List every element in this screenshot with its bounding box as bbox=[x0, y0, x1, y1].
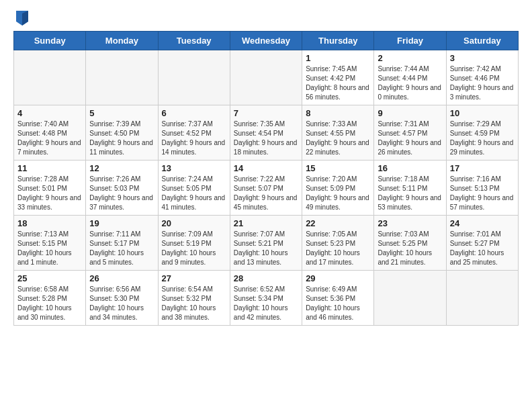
day-number: 3 bbox=[450, 53, 515, 63]
day-info: Sunrise: 7:16 AM Sunset: 5:13 PM Dayligh… bbox=[450, 175, 515, 212]
calendar-cell: 3Sunrise: 7:42 AM Sunset: 4:46 PM Daylig… bbox=[446, 50, 518, 105]
calendar-cell: 14Sunrise: 7:22 AM Sunset: 5:07 PM Dayli… bbox=[230, 161, 302, 216]
day-info: Sunrise: 7:07 AM Sunset: 5:21 PM Dayligh… bbox=[234, 230, 298, 267]
day-info: Sunrise: 7:18 AM Sunset: 5:11 PM Dayligh… bbox=[378, 175, 442, 212]
calendar-cell: 4Sunrise: 7:40 AM Sunset: 4:48 PM Daylig… bbox=[14, 105, 86, 161]
calendar-cell: 26Sunrise: 6:56 AM Sunset: 5:30 PM Dayli… bbox=[86, 271, 158, 326]
day-number: 6 bbox=[162, 108, 226, 118]
calendar-cell: 5Sunrise: 7:39 AM Sunset: 4:50 PM Daylig… bbox=[86, 105, 158, 161]
day-info: Sunrise: 7:03 AM Sunset: 5:25 PM Dayligh… bbox=[378, 230, 442, 267]
day-info: Sunrise: 6:52 AM Sunset: 5:34 PM Dayligh… bbox=[234, 285, 298, 322]
logo-icon bbox=[16, 11, 28, 26]
day-info: Sunrise: 7:28 AM Sunset: 5:01 PM Dayligh… bbox=[17, 175, 82, 212]
day-info: Sunrise: 7:37 AM Sunset: 4:52 PM Dayligh… bbox=[162, 120, 226, 157]
day-info: Sunrise: 7:09 AM Sunset: 5:19 PM Dayligh… bbox=[162, 230, 226, 267]
calendar-cell bbox=[86, 50, 158, 105]
calendar-cell: 16Sunrise: 7:18 AM Sunset: 5:11 PM Dayli… bbox=[374, 161, 446, 216]
calendar-cell: 7Sunrise: 7:35 AM Sunset: 4:54 PM Daylig… bbox=[230, 105, 302, 161]
day-info: Sunrise: 6:56 AM Sunset: 5:30 PM Dayligh… bbox=[89, 285, 154, 322]
day-info: Sunrise: 7:05 AM Sunset: 5:23 PM Dayligh… bbox=[306, 230, 370, 267]
day-info: Sunrise: 7:20 AM Sunset: 5:09 PM Dayligh… bbox=[306, 175, 370, 212]
weekday-header-wednesday: Wednesday bbox=[230, 32, 302, 50]
day-info: Sunrise: 7:42 AM Sunset: 4:46 PM Dayligh… bbox=[450, 64, 515, 102]
day-number: 16 bbox=[378, 163, 442, 173]
day-number: 28 bbox=[234, 273, 298, 283]
calendar-cell: 28Sunrise: 6:52 AM Sunset: 5:34 PM Dayli… bbox=[230, 271, 302, 326]
calendar-cell: 24Sunrise: 7:01 AM Sunset: 5:27 PM Dayli… bbox=[446, 216, 518, 271]
day-info: Sunrise: 7:31 AM Sunset: 4:57 PM Dayligh… bbox=[378, 120, 442, 157]
day-number: 22 bbox=[306, 218, 370, 228]
day-number: 19 bbox=[89, 218, 154, 228]
calendar-cell: 21Sunrise: 7:07 AM Sunset: 5:21 PM Dayli… bbox=[230, 216, 302, 271]
calendar-cell: 8Sunrise: 7:33 AM Sunset: 4:55 PM Daylig… bbox=[302, 105, 374, 161]
day-number: 13 bbox=[162, 163, 226, 173]
day-number: 27 bbox=[162, 273, 226, 283]
weekday-header-monday: Monday bbox=[86, 32, 158, 50]
day-number: 29 bbox=[306, 273, 370, 283]
day-number: 5 bbox=[89, 108, 154, 118]
day-number: 18 bbox=[17, 218, 82, 228]
calendar-cell: 9Sunrise: 7:31 AM Sunset: 4:57 PM Daylig… bbox=[374, 105, 446, 161]
day-info: Sunrise: 7:13 AM Sunset: 5:15 PM Dayligh… bbox=[17, 230, 82, 267]
day-number: 7 bbox=[234, 108, 298, 118]
day-info: Sunrise: 6:54 AM Sunset: 5:32 PM Dayligh… bbox=[162, 285, 226, 322]
weekday-header-saturday: Saturday bbox=[446, 32, 518, 50]
day-number: 14 bbox=[234, 163, 298, 173]
calendar-cell: 2Sunrise: 7:44 AM Sunset: 4:44 PM Daylig… bbox=[374, 50, 446, 105]
calendar-cell: 11Sunrise: 7:28 AM Sunset: 5:01 PM Dayli… bbox=[14, 161, 86, 216]
calendar-cell bbox=[14, 50, 86, 105]
day-info: Sunrise: 6:58 AM Sunset: 5:28 PM Dayligh… bbox=[17, 285, 82, 322]
day-number: 11 bbox=[17, 163, 82, 173]
day-number: 1 bbox=[306, 53, 370, 63]
weekday-header-sunday: Sunday bbox=[14, 32, 86, 50]
calendar-cell: 22Sunrise: 7:05 AM Sunset: 5:23 PM Dayli… bbox=[302, 216, 374, 271]
calendar-cell: 27Sunrise: 6:54 AM Sunset: 5:32 PM Dayli… bbox=[158, 271, 230, 326]
calendar-cell: 18Sunrise: 7:13 AM Sunset: 5:15 PM Dayli… bbox=[14, 216, 86, 271]
calendar-cell: 29Sunrise: 6:49 AM Sunset: 5:36 PM Dayli… bbox=[302, 271, 374, 326]
day-info: Sunrise: 7:24 AM Sunset: 5:05 PM Dayligh… bbox=[162, 175, 226, 212]
calendar-cell bbox=[446, 271, 518, 326]
day-number: 20 bbox=[162, 218, 226, 228]
day-number: 21 bbox=[234, 218, 298, 228]
day-number: 4 bbox=[17, 108, 82, 118]
day-info: Sunrise: 7:39 AM Sunset: 4:50 PM Dayligh… bbox=[89, 120, 154, 157]
weekday-header-friday: Friday bbox=[374, 32, 446, 50]
day-info: Sunrise: 7:33 AM Sunset: 4:55 PM Dayligh… bbox=[306, 120, 370, 157]
day-number: 15 bbox=[306, 163, 370, 173]
day-number: 23 bbox=[378, 218, 442, 228]
calendar-cell: 15Sunrise: 7:20 AM Sunset: 5:09 PM Dayli… bbox=[302, 161, 374, 216]
day-number: 25 bbox=[17, 273, 82, 283]
day-number: 26 bbox=[89, 273, 154, 283]
day-info: Sunrise: 7:45 AM Sunset: 4:42 PM Dayligh… bbox=[306, 64, 370, 102]
calendar-cell bbox=[230, 50, 302, 105]
day-info: Sunrise: 7:40 AM Sunset: 4:48 PM Dayligh… bbox=[17, 120, 82, 157]
calendar-table: SundayMondayTuesdayWednesdayThursdayFrid… bbox=[13, 31, 519, 326]
day-info: Sunrise: 7:22 AM Sunset: 5:07 PM Dayligh… bbox=[234, 175, 298, 212]
day-number: 17 bbox=[450, 163, 515, 173]
day-number: 2 bbox=[378, 53, 442, 63]
calendar-cell: 20Sunrise: 7:09 AM Sunset: 5:19 PM Dayli… bbox=[158, 216, 230, 271]
day-number: 24 bbox=[450, 218, 515, 228]
day-info: Sunrise: 6:49 AM Sunset: 5:36 PM Dayligh… bbox=[306, 285, 370, 322]
calendar-cell: 6Sunrise: 7:37 AM Sunset: 4:52 PM Daylig… bbox=[158, 105, 230, 161]
day-info: Sunrise: 7:29 AM Sunset: 4:59 PM Dayligh… bbox=[450, 120, 515, 157]
day-info: Sunrise: 7:35 AM Sunset: 4:54 PM Dayligh… bbox=[234, 120, 298, 157]
logo bbox=[13, 11, 28, 26]
day-info: Sunrise: 7:44 AM Sunset: 4:44 PM Dayligh… bbox=[378, 64, 442, 102]
calendar-cell: 19Sunrise: 7:11 AM Sunset: 5:17 PM Dayli… bbox=[86, 216, 158, 271]
weekday-header-tuesday: Tuesday bbox=[158, 32, 230, 50]
day-number: 10 bbox=[450, 108, 515, 118]
day-info: Sunrise: 7:26 AM Sunset: 5:03 PM Dayligh… bbox=[89, 175, 154, 212]
calendar-cell bbox=[158, 50, 230, 105]
day-info: Sunrise: 7:01 AM Sunset: 5:27 PM Dayligh… bbox=[450, 230, 515, 267]
calendar-cell: 25Sunrise: 6:58 AM Sunset: 5:28 PM Dayli… bbox=[14, 271, 86, 326]
weekday-header-thursday: Thursday bbox=[302, 32, 374, 50]
calendar-cell: 23Sunrise: 7:03 AM Sunset: 5:25 PM Dayli… bbox=[374, 216, 446, 271]
calendar-cell: 10Sunrise: 7:29 AM Sunset: 4:59 PM Dayli… bbox=[446, 105, 518, 161]
calendar-cell: 1Sunrise: 7:45 AM Sunset: 4:42 PM Daylig… bbox=[302, 50, 374, 105]
day-number: 9 bbox=[378, 108, 442, 118]
day-number: 12 bbox=[89, 163, 154, 173]
day-info: Sunrise: 7:11 AM Sunset: 5:17 PM Dayligh… bbox=[89, 230, 154, 267]
calendar-cell: 12Sunrise: 7:26 AM Sunset: 5:03 PM Dayli… bbox=[86, 161, 158, 216]
calendar-cell: 17Sunrise: 7:16 AM Sunset: 5:13 PM Dayli… bbox=[446, 161, 518, 216]
